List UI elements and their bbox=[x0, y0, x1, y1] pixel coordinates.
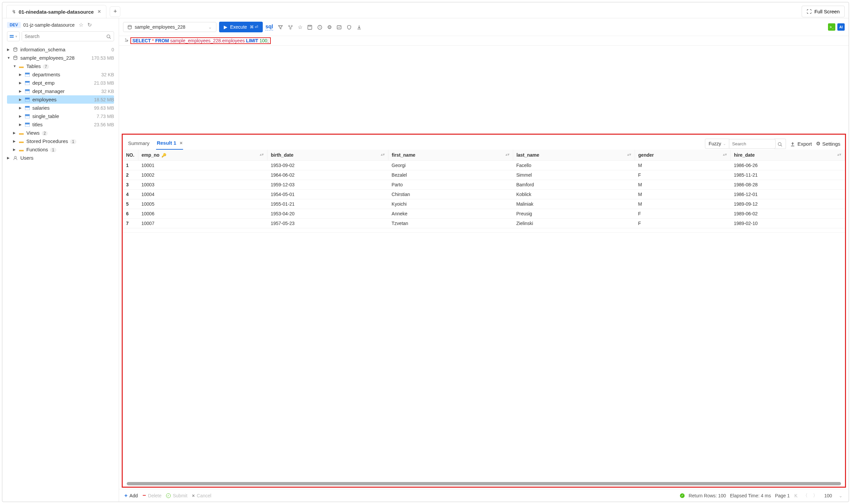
terminal-badge[interactable]: >_ bbox=[828, 23, 835, 31]
prev-page-button[interactable]: 〈 bbox=[802, 493, 808, 499]
db-filter-select[interactable]: ▾ bbox=[7, 31, 20, 41]
caret-right-icon: ▶ bbox=[7, 156, 11, 160]
history-icon[interactable] bbox=[317, 24, 322, 30]
col-birth-date[interactable]: birth_date▴▾ bbox=[267, 150, 389, 161]
tree-item-single-table[interactable]: ▶ single_table 7.73 MB bbox=[7, 112, 114, 120]
result-settings-button[interactable]: ⚙ Settings bbox=[816, 141, 840, 147]
cancel-button[interactable]: ×Cancel bbox=[192, 493, 211, 498]
export-button[interactable]: Export bbox=[790, 141, 812, 147]
add-tab-button[interactable]: + bbox=[110, 6, 120, 17]
database-selector[interactable]: sample_employees_228 ⌄ bbox=[123, 22, 216, 32]
success-icon: ✓ bbox=[680, 493, 685, 498]
tab-result1[interactable]: Result 1 × bbox=[156, 138, 183, 150]
col-no[interactable]: NO. bbox=[123, 150, 138, 161]
result-search-button[interactable] bbox=[774, 139, 786, 149]
svg-rect-8 bbox=[25, 81, 30, 82]
page-size-dropdown[interactable]: ⌄ bbox=[838, 493, 843, 498]
folder-icon: ▬ bbox=[18, 64, 24, 69]
page-label: Page 1 bbox=[775, 493, 790, 498]
svg-point-24 bbox=[290, 28, 291, 29]
tree-item-salaries[interactable]: ▶ salaries 99.63 MB bbox=[7, 104, 114, 112]
table-row[interactable] bbox=[123, 228, 845, 233]
chart-icon[interactable] bbox=[336, 24, 342, 30]
svg-point-2 bbox=[107, 35, 110, 38]
play-icon: ▶ bbox=[224, 24, 227, 30]
table-row[interactable]: 5100051955-01-21KyoichiMaliniakM1989-09-… bbox=[123, 199, 845, 209]
delete-row-button[interactable]: −Delete bbox=[142, 492, 161, 499]
save-icon[interactable] bbox=[307, 24, 313, 30]
svg-rect-19 bbox=[25, 124, 30, 127]
close-icon[interactable]: × bbox=[98, 9, 101, 15]
favorite-icon[interactable]: ☆ bbox=[298, 24, 302, 30]
sort-icon[interactable]: ▴▾ bbox=[723, 152, 727, 157]
chevron-down-icon: ⌄ bbox=[208, 24, 212, 30]
tree-item-tables[interactable]: ▼ ▬ Tables7 bbox=[7, 62, 114, 70]
sidebar-search-input[interactable] bbox=[22, 32, 104, 41]
first-page-button[interactable]: K bbox=[794, 493, 798, 498]
filter-icon[interactable] bbox=[278, 24, 283, 30]
result-table: NO. emp_no🔑▴▾ birth_date▴▾ first_name▴▾ … bbox=[123, 150, 845, 233]
tab-summary[interactable]: Summary bbox=[127, 138, 150, 149]
file-tab[interactable]: ↯ 01-ninedata-sample-datasource × bbox=[6, 5, 106, 18]
tree-item-procedures[interactable]: ▶ ▬ Stored Procedures1 bbox=[7, 137, 114, 145]
table-row[interactable]: 1100011953-09-02GeorgiFacelloM1986-06-26 bbox=[123, 161, 845, 170]
tree-item-functions[interactable]: ▶ ▬ Functions1 bbox=[7, 145, 114, 154]
close-icon[interactable]: × bbox=[180, 140, 183, 146]
tree-item-titles[interactable]: ▶ titles 23.56 MB bbox=[7, 120, 114, 129]
tree-item-information-schema[interactable]: ▶ information_schema 0 bbox=[7, 45, 114, 54]
tree-item-views[interactable]: ▶ ▬ Views2 bbox=[7, 129, 114, 137]
shield-icon[interactable] bbox=[347, 24, 352, 30]
horizontal-scrollbar[interactable] bbox=[127, 482, 841, 485]
col-emp-no[interactable]: emp_no🔑▴▾ bbox=[138, 150, 267, 161]
folder-icon: ▬ bbox=[18, 130, 24, 136]
tree-item-dept-manager[interactable]: ▶ dept_manager 32 KB bbox=[7, 87, 114, 95]
download-icon[interactable] bbox=[356, 24, 362, 30]
refresh-icon[interactable]: ↻ bbox=[87, 22, 92, 28]
caret-right-icon: ▶ bbox=[13, 131, 17, 135]
search-mode-select[interactable]: Fuzzy ⌄ bbox=[705, 139, 729, 149]
tree-item-sample-employees[interactable]: ▼ sample_employees_228 170.53 MB bbox=[7, 54, 114, 62]
tree-item-dept-emp[interactable]: ▶ dept_emp 21.03 MB bbox=[7, 79, 114, 87]
sort-icon[interactable]: ▴▾ bbox=[837, 152, 841, 157]
sql-code: SELECT * FROM sample_employees_228.emplo… bbox=[130, 37, 271, 44]
caret-right-icon: ▶ bbox=[19, 106, 23, 110]
tree-item-users[interactable]: ▶ Users bbox=[7, 154, 114, 162]
sort-icon[interactable]: ▴▾ bbox=[260, 152, 264, 157]
result-search-input[interactable] bbox=[729, 139, 776, 149]
add-row-button[interactable]: +Add bbox=[124, 493, 138, 499]
svg-line-3 bbox=[110, 38, 111, 39]
query-icon: ↯ bbox=[12, 9, 16, 14]
table-row[interactable]: 3100031959-12-03PartoBamfordM1986-08-28 bbox=[123, 180, 845, 190]
next-page-button[interactable]: 〉 bbox=[812, 493, 818, 499]
sort-icon[interactable]: ▴▾ bbox=[627, 152, 631, 157]
svg-rect-25 bbox=[308, 25, 312, 29]
tree-item-employees[interactable]: ▶ employees 18.52 MB bbox=[7, 95, 114, 104]
sort-icon[interactable]: ▴▾ bbox=[381, 152, 385, 157]
col-first-name[interactable]: first_name▴▾ bbox=[388, 150, 513, 161]
sort-icon[interactable]: ▴▾ bbox=[506, 152, 510, 157]
table-row[interactable]: 7100071957-05-23TzvetanZielinskiF1989-02… bbox=[123, 219, 845, 228]
svg-rect-1 bbox=[10, 37, 14, 38]
col-hire-date[interactable]: hire_date▴▾ bbox=[730, 150, 845, 161]
submit-button[interactable]: ✓Submit bbox=[166, 493, 188, 498]
settings-icon[interactable]: ⚙ bbox=[327, 24, 332, 30]
search-icon[interactable] bbox=[104, 34, 114, 39]
ai-badge[interactable]: AI bbox=[837, 23, 845, 31]
svg-rect-15 bbox=[25, 108, 30, 110]
tree-item-departments[interactable]: ▶ departments 32 KB bbox=[7, 70, 114, 79]
table-icon bbox=[24, 114, 30, 118]
table-row[interactable]: 2100021964-06-02BezalelSimmelF1985-11-21 bbox=[123, 170, 845, 180]
execute-button[interactable]: ▶ Execute ⌘ ⏎ bbox=[219, 22, 263, 32]
star-icon[interactable]: ☆ bbox=[79, 22, 83, 28]
caret-right-icon: ▶ bbox=[19, 123, 23, 126]
col-gender[interactable]: gender▴▾ bbox=[635, 150, 731, 161]
selected-db-label: sample_employees_228 bbox=[135, 24, 185, 30]
table-row[interactable]: 4100041954-05-01ChirstianKoblickM1986-12… bbox=[123, 190, 845, 199]
database-icon bbox=[12, 56, 18, 60]
sql-editor[interactable]: 1 SELECT * FROM sample_employees_228.emp… bbox=[119, 36, 849, 46]
fullscreen-button[interactable]: ⛶ Full Screen bbox=[802, 6, 845, 17]
format-sql-icon[interactable]: sql bbox=[265, 24, 273, 30]
table-row[interactable]: 6100061953-04-20AnnekePreusigF1989-06-02 bbox=[123, 209, 845, 219]
plan-icon[interactable] bbox=[288, 24, 293, 30]
col-last-name[interactable]: last_name▴▾ bbox=[513, 150, 635, 161]
